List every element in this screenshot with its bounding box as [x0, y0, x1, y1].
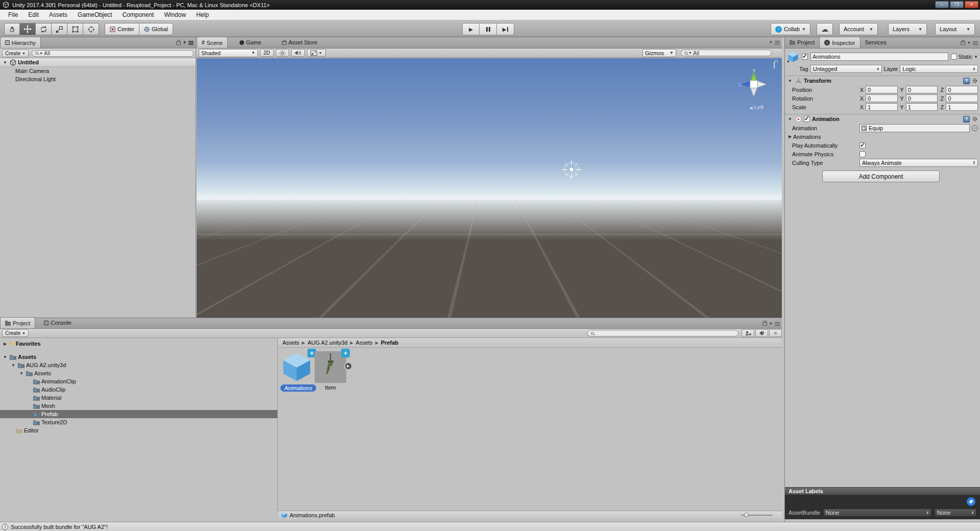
toggle-2d-button[interactable]: 2D — [260, 49, 274, 57]
tab-scene[interactable]: # Scene — [197, 37, 228, 48]
prefab-expand-icon[interactable] — [344, 362, 352, 370]
hierarchy-item-directional-light[interactable]: Directional Light — [0, 75, 196, 83]
asset-tile-item[interactable]: Item — [314, 351, 347, 391]
expander-icon[interactable] — [787, 134, 793, 139]
menu-file[interactable]: File — [3, 11, 23, 18]
expander-icon[interactable] — [787, 117, 793, 122]
gear-icon[interactable] — [972, 116, 978, 122]
label-tag-button[interactable] — [967, 497, 975, 506]
cloud-button[interactable]: ☁ — [817, 23, 833, 35]
chevron-down-icon[interactable]: ▼ — [769, 322, 773, 325]
animate-physics-checkbox[interactable] — [859, 151, 866, 157]
tab-project-right[interactable]: Project — [785, 37, 819, 48]
panel-menu-icon[interactable] — [775, 41, 780, 44]
layout-dropdown[interactable]: Layout ▼ — [935, 23, 975, 35]
orientation-gizmo[interactable]: y z — [737, 67, 771, 102]
tree-row-texture2d[interactable]: Texture2D — [0, 418, 277, 426]
gizmos-dropdown[interactable]: Gizmos ▼ — [642, 49, 676, 57]
object-icon[interactable]: ▼ — [787, 51, 799, 63]
menu-edit[interactable]: Edit — [23, 11, 44, 18]
position-x-field[interactable]: 0 — [866, 86, 898, 93]
animation-enabled-checkbox[interactable] — [804, 116, 810, 122]
tab-services[interactable]: Services — [861, 37, 891, 48]
project-search-input[interactable] — [587, 330, 738, 336]
position-z-field[interactable]: 0 — [946, 86, 978, 93]
move-tool-button[interactable] — [20, 23, 36, 35]
gear-icon[interactable] — [972, 78, 978, 84]
tree-row-assets-sub[interactable]: Assets — [0, 369, 277, 377]
axis-x-cone[interactable] — [758, 81, 766, 87]
help-icon[interactable] — [963, 116, 970, 123]
saved-search-star-button[interactable]: ★ — [769, 329, 782, 337]
scale-x-field[interactable]: 1 — [866, 103, 898, 111]
add-badge-icon[interactable] — [341, 349, 350, 357]
tree-row-mesh[interactable]: Mesh — [0, 402, 277, 410]
tree-row-aug-a2[interactable]: AUG A2.unity3d — [0, 361, 277, 369]
pause-button[interactable] — [480, 23, 497, 35]
tab-asset-store[interactable]: Asset Store — [277, 37, 322, 48]
tab-console[interactable]: Console — [39, 317, 76, 328]
panel-menu-icon[interactable] — [973, 41, 978, 45]
layers-dropdown[interactable]: Layers ▼ — [888, 23, 927, 35]
minimize-button[interactable]: – — [935, 1, 949, 8]
object-enabled-checkbox[interactable] — [802, 54, 808, 60]
breadcrumb-assets[interactable]: Assets — [282, 340, 299, 346]
axis-z-cone[interactable] — [743, 81, 751, 87]
scale-tool-button[interactable] — [52, 23, 67, 35]
lighting-toggle-button[interactable] — [276, 49, 289, 57]
breadcrumb-assets-sub[interactable]: Assets — [356, 340, 373, 346]
project-create-button[interactable]: Create ▼ — [2, 329, 29, 337]
scene-viewport[interactable]: y z Left — [197, 58, 782, 318]
static-checkbox[interactable] — [951, 54, 957, 60]
pivot-center-button[interactable]: Center — [105, 23, 139, 35]
rotation-y-field[interactable]: 0 — [906, 94, 938, 102]
hierarchy-create-button[interactable]: Create ▼ — [2, 50, 29, 57]
scene-menu-icon[interactable] — [188, 41, 194, 44]
panel-menu-icon[interactable] — [775, 322, 780, 326]
lock-icon[interactable] — [961, 41, 965, 45]
scale-z-field[interactable]: 1 — [946, 103, 978, 111]
scale-y-field[interactable]: 1 — [906, 103, 938, 111]
tree-favorites[interactable]: ★ Favorites — [0, 340, 277, 348]
scene-search-input[interactable]: ▼ All — [681, 50, 772, 56]
tab-hierarchy[interactable]: Hierarchy — [0, 37, 41, 48]
expander-icon[interactable] — [10, 363, 16, 368]
prefab-thumbnail[interactable] — [281, 351, 313, 383]
axis-down-cone[interactable] — [751, 88, 757, 96]
status-bar[interactable]: Successfully built bundle for "AUG A2"! — [0, 522, 980, 531]
hand-tool-button[interactable] — [4, 23, 20, 35]
tree-row-audioclip[interactable]: AudioClip — [0, 385, 277, 394]
hierarchy-search-input[interactable]: ▼ All — [32, 50, 194, 57]
effects-dropdown-button[interactable]: ▼ — [307, 49, 326, 57]
expander-icon[interactable] — [2, 60, 8, 65]
animation-header[interactable]: Animation — [785, 114, 980, 124]
rotate-tool-button[interactable] — [36, 23, 52, 35]
chevron-down-icon[interactable]: ▼ — [183, 40, 186, 44]
add-component-button[interactable]: Add Component — [822, 171, 940, 182]
view-orientation-label[interactable]: Left — [749, 104, 763, 110]
account-dropdown[interactable]: Account ▼ — [839, 23, 878, 35]
asset-tile-animations[interactable]: Animations — [280, 351, 313, 392]
tab-inspector[interactable]: Inspector — [819, 37, 860, 48]
tree-row-editor[interactable]: Editor — [0, 426, 277, 435]
tag-dropdown[interactable]: Untagged — [810, 65, 882, 73]
slider-handle[interactable] — [744, 513, 749, 517]
help-icon[interactable] — [963, 78, 970, 84]
assetbundle-variant-dropdown[interactable]: None — [935, 509, 976, 517]
item-thumbnail[interactable] — [315, 351, 346, 383]
tree-row-animationclip[interactable]: AnimationClip — [0, 377, 277, 385]
breadcrumb-aug-a2[interactable]: AUG A2.unity3d — [307, 340, 347, 346]
shading-mode-dropdown[interactable]: Shaded ▼ — [199, 49, 258, 57]
step-button[interactable]: ▶ — [497, 23, 514, 35]
play-automatically-checkbox[interactable] — [859, 142, 866, 149]
play-button[interactable]: ▶ — [462, 23, 480, 35]
tree-row-assets[interactable]: Assets — [0, 353, 277, 361]
tree-row-prefab[interactable]: Prefab — [0, 410, 277, 418]
audio-toggle-button[interactable] — [291, 49, 305, 57]
menu-assets[interactable]: Assets — [44, 11, 73, 18]
rotation-z-field[interactable]: 0 — [946, 94, 978, 102]
chevron-down-icon[interactable]: ▼ — [769, 40, 773, 44]
culling-type-dropdown[interactable]: Always Animate — [859, 159, 978, 167]
search-by-label-button[interactable] — [755, 329, 768, 337]
thumbnail-size-slider[interactable] — [741, 515, 773, 516]
